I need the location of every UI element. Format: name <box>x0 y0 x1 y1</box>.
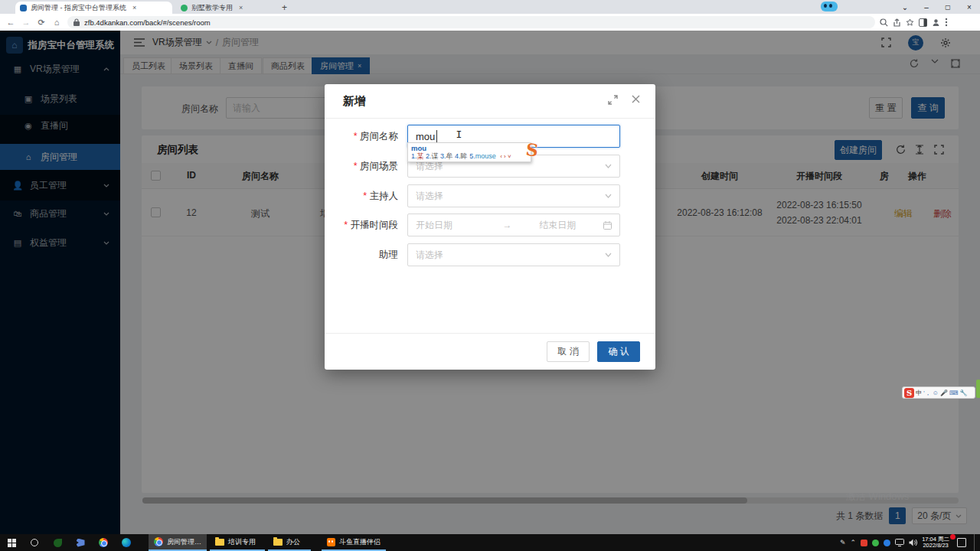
task-label: 斗鱼直播伴侣 <box>339 537 381 547</box>
form-row-assistant: 助理 请选择 <box>325 243 655 266</box>
browser-tab-2[interactable]: 别墅教学专用 × <box>176 2 276 14</box>
sogou-toolbar[interactable]: S 中 ’， ☺ 🎤 ⌨ 🔧 <box>902 386 975 399</box>
taskbar-window-douyu[interactable]: 斗鱼直播伴侣 <box>322 534 386 551</box>
tab-search-icon[interactable]: ⌄ <box>894 0 916 14</box>
field-label-scene: 房间场景 <box>325 160 398 173</box>
extension-mascot-icon[interactable] <box>821 2 838 11</box>
ime-mic-icon[interactable]: 🎤 <box>940 390 948 396</box>
field-label-host: 主持人 <box>325 190 398 203</box>
ime-pager-icons[interactable]: ‹ › ˅ <box>500 153 511 160</box>
host-select[interactable]: 请选择 <box>407 184 620 207</box>
volume-tray-icon[interactable] <box>909 539 917 546</box>
share-icon[interactable] <box>893 18 901 27</box>
show-desktop-button[interactable] <box>974 534 977 551</box>
home-icon[interactable]: ⌂ <box>49 18 64 27</box>
chevron-down-icon <box>605 194 612 198</box>
text-caret <box>436 130 437 142</box>
ime-candidate-2[interactable]: 谋 <box>432 152 439 160</box>
app-icon-leaf[interactable] <box>46 534 69 551</box>
tab-close-icon[interactable]: × <box>239 4 243 11</box>
side-panel-icon[interactable] <box>919 18 927 27</box>
assistant-select[interactable]: 请选择 <box>407 243 620 266</box>
action-center-icon[interactable] <box>957 538 966 547</box>
browser-tab-active[interactable]: 房间管理 - 指房宝中台管理系统 × <box>15 2 172 14</box>
display-tray-icon[interactable] <box>895 539 904 546</box>
tab-close-icon[interactable]: × <box>132 4 136 11</box>
profile-icon[interactable] <box>932 18 940 27</box>
modal-fullscreen-icon[interactable] <box>608 95 618 105</box>
ime-keyboard-icon[interactable]: ⌨ <box>949 390 959 396</box>
cand-num: 2. <box>426 152 432 160</box>
taskbar-window-folder-training[interactable]: 培训专用 <box>210 534 265 551</box>
ime-composition: mou <box>411 144 528 152</box>
pen-tray-icon[interactable]: ✎ <box>840 539 846 546</box>
edge-icon[interactable] <box>115 534 138 551</box>
ime-toolbox-icon[interactable]: 🔧 <box>959 390 967 396</box>
browser-menu-icon[interactable] <box>945 18 948 27</box>
confirm-button[interactable]: 确 认 <box>597 341 640 362</box>
ime-candidates: 1.某 2.谋 3.牟 4.眸 5.mouse ‹ › ˅ <box>411 152 528 161</box>
lock-icon <box>74 18 80 26</box>
ime-candidate-5[interactable]: mouse <box>475 152 496 160</box>
system-tray: ✎ ⌃ 17:04 周二 2022/8/23 <box>840 534 980 551</box>
browser-tab-title: 房间管理 - 指房宝中台管理系统 <box>31 3 126 13</box>
new-tab-button[interactable]: + <box>282 2 287 13</box>
cand-num: 5. <box>469 152 475 160</box>
taskbar-window-chrome[interactable]: 房间管理 - 指房宝… <box>149 534 207 551</box>
ime-punct-icon[interactable]: ’， <box>923 389 931 397</box>
forward-icon[interactable]: → <box>18 18 34 27</box>
taskbar-clock[interactable]: 17:04 周二 2022/8/23 <box>922 536 952 549</box>
notification-badge <box>950 534 956 540</box>
field-label-time: 开播时间段 <box>325 219 398 232</box>
window-close-button[interactable]: × <box>959 0 980 14</box>
ime-candidate-3[interactable]: 牟 <box>446 152 453 160</box>
start-date-placeholder: 开始日期 <box>416 219 498 232</box>
field-label-name: 房间名称 <box>325 130 398 143</box>
browser-addressbar: ← → ⟳ ⌂ zfb.4dkankan.com/back/#/scenes/r… <box>0 14 980 31</box>
end-date-placeholder: 结束日期 <box>517 219 599 232</box>
modal-close-icon[interactable] <box>632 95 640 105</box>
task-label: 房间管理 - 指房宝… <box>167 537 201 547</box>
calendar-icon <box>603 221 612 230</box>
task-label: 培训专用 <box>228 537 256 547</box>
sogou-skin-decor <box>976 380 980 398</box>
start-button[interactable] <box>0 534 23 551</box>
chevron-down-icon <box>605 253 612 257</box>
tray-green-icon[interactable] <box>872 540 879 546</box>
search-icon[interactable] <box>23 534 46 551</box>
window-minimize-button[interactable]: – <box>916 0 937 14</box>
tab-favicon <box>20 5 27 11</box>
reload-icon[interactable]: ⟳ <box>34 18 49 28</box>
ime-mode-chinese[interactable]: 中 <box>916 389 922 397</box>
visual-studio-icon[interactable] <box>69 534 92 551</box>
taskbar-window-folder-office[interactable]: 办公 <box>268 534 311 551</box>
hidden-icons-chevron[interactable]: ⌃ <box>851 539 857 546</box>
back-icon[interactable]: ← <box>3 18 18 27</box>
date-range-picker[interactable]: 开始日期 → 结束日期 <box>407 214 620 236</box>
placeholder-text: 请选择 <box>416 190 443 203</box>
bookmark-star-icon[interactable] <box>906 18 914 27</box>
window-maximize-button[interactable]: ▢ <box>937 0 959 14</box>
sogou-s-icon[interactable]: S <box>904 388 914 398</box>
range-arrow-icon: → <box>503 220 512 230</box>
ibeam-cursor: I <box>456 129 462 142</box>
chevron-down-icon <box>605 164 612 168</box>
tray-red-icon[interactable] <box>861 540 867 546</box>
cand-num: 4. <box>455 152 461 160</box>
zoom-icon[interactable] <box>880 18 888 27</box>
ime-candidate-4[interactable]: 眸 <box>461 152 468 160</box>
task-label: 办公 <box>286 537 300 547</box>
ime-emoji-icon[interactable]: ☺ <box>933 390 939 396</box>
windows-taskbar: 房间管理 - 指房宝… 培训专用 办公 斗鱼直播伴侣 ✎ ⌃ 17:04 周二 … <box>0 534 980 551</box>
tab-favicon <box>181 5 188 11</box>
browser-tab-title: 别墅教学专用 <box>191 3 233 13</box>
cancel-button[interactable]: 取 消 <box>547 341 590 362</box>
chrome-icon[interactable] <box>92 534 115 551</box>
browser-tabstrip: 房间管理 - 指房宝中台管理系统 × 别墅教学专用 × + ⌄ – ▢ × <box>0 0 980 14</box>
ime-candidate-1[interactable]: 某 <box>417 152 424 160</box>
form-row-host: 主持人 请选择 <box>325 184 655 207</box>
sogou-logo-icon: S <box>524 139 544 161</box>
placeholder-text: 请选择 <box>416 249 443 262</box>
tray-blue-icon[interactable] <box>884 540 890 546</box>
omnibox[interactable]: zfb.4dkankan.com/back/#/scenes/room <box>67 16 875 28</box>
